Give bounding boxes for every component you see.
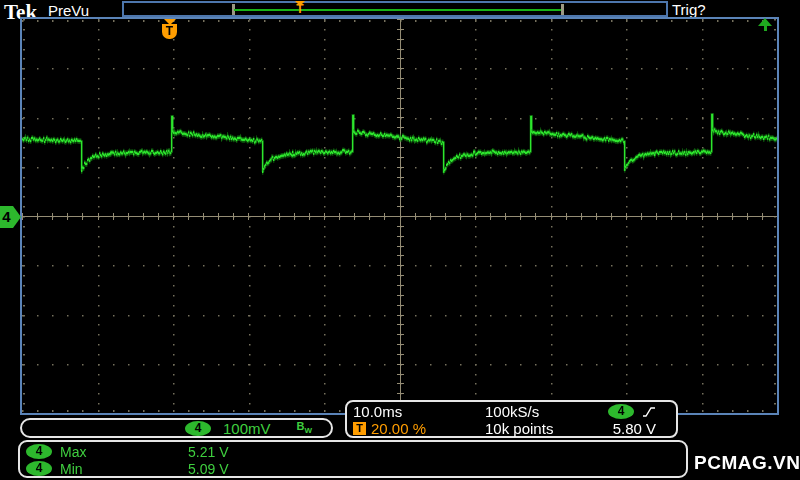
bandwidth-limit-indicator: BW	[297, 420, 313, 435]
channel-4-scale: 100mV	[223, 420, 271, 437]
trigger-status-label: Trig?	[672, 1, 706, 18]
trigger-position-readout: T 20.00 %	[353, 420, 485, 437]
measurement-label: Min	[60, 461, 148, 477]
timebase-scale: 10.0ms	[353, 403, 485, 420]
trigger-level-offscreen-arrow-icon	[755, 18, 775, 32]
channel-4-readout: 4 100mV BW	[20, 418, 333, 438]
trigger-source-slope: 4	[597, 403, 670, 420]
channel-4-position-marker: 4	[0, 206, 20, 228]
pcmag-watermark: PCMAG.VN	[694, 452, 800, 474]
measurement-readout: 4 Max 5.21 V 4 Min 5.09 V	[18, 440, 688, 478]
record-length: 10k points	[485, 420, 597, 437]
measurement-value: 5.21 V	[188, 444, 228, 460]
acq-bar-trigger-t: T	[292, 4, 308, 15]
trigger-level-arrow-head	[758, 18, 772, 26]
measurement-label: Max	[60, 444, 148, 460]
record-window-right-bracket	[561, 4, 564, 15]
oscilloscope-screen: Tek PreVu T Trig? T 4 4 100mV BW 10.0ms …	[0, 0, 800, 480]
horizontal-trigger-readout: 10.0ms 100kS/s 4 T 20.00 % 10k points 5.…	[345, 400, 678, 438]
rising-edge-slope-icon	[642, 405, 656, 419]
trigger-t-icon: T	[353, 422, 366, 435]
trigger-position-percent: 20.00 %	[371, 420, 426, 437]
trigger-position-marker: T	[161, 19, 178, 39]
acquisition-preview-bar: T	[122, 1, 668, 17]
channel-4-marker-arrow	[13, 206, 21, 228]
sample-rate: 100kS/s	[485, 403, 597, 420]
acq-bar-trigger-icon: T	[292, 1, 308, 18]
measurement-channel-badge: 4	[26, 444, 52, 459]
channel-4-marker-label: 4	[0, 206, 13, 228]
measurement-row-max: 4 Max 5.21 V	[26, 443, 680, 460]
measurement-value: 5.09 V	[188, 461, 228, 477]
waveform-canvas	[22, 19, 777, 413]
record-waveform-line	[234, 9, 562, 11]
trigger-position-t: T	[162, 24, 177, 39]
trigger-level-arrow-stem	[764, 26, 767, 31]
trigger-level-readout: 5.80 V	[597, 420, 670, 437]
measurement-channel-badge: 4	[26, 461, 52, 476]
measurement-row-min: 4 Min 5.09 V	[26, 460, 680, 477]
trigger-source-badge: 4	[608, 404, 634, 419]
channel-4-badge: 4	[185, 421, 211, 436]
